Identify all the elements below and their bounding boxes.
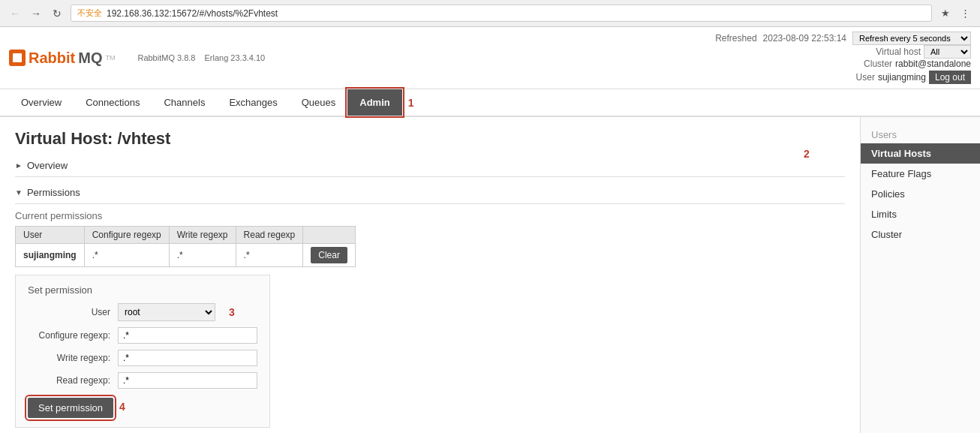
sidebar-item-feature-flags[interactable]: Feature Flags — [861, 164, 980, 184]
col-write: Write regexp — [169, 227, 236, 244]
annotation-4: 4 — [119, 401, 125, 413]
forward-button[interactable]: → — [29, 6, 44, 21]
bookmark-icon[interactable]: ★ — [938, 6, 953, 21]
read-field-row: Read regexp: — [28, 372, 257, 389]
sidebar: Users Virtual Hosts 2 Feature Flags Poli… — [860, 117, 980, 433]
sidebar-users-section: Users — [861, 125, 980, 143]
col-read: Read regexp — [236, 227, 303, 244]
write-field-label: Write regexp: — [28, 353, 110, 363]
nav-bar: Overview Connections Channels Exchanges … — [0, 89, 980, 117]
sidebar-virtual-hosts-label: Virtual Hosts — [871, 148, 931, 159]
perm-action[interactable]: Clear — [303, 244, 356, 267]
more-icon[interactable]: ⋮ — [957, 6, 972, 21]
perm-write: .* — [169, 244, 236, 267]
permissions-section-header[interactable]: ▼ Permissions — [15, 183, 845, 202]
overview-section-header[interactable]: ► Overview — [15, 156, 845, 175]
security-warning: 不安全 — [77, 8, 102, 19]
version-info: RabbitMQ 3.8.8 Erlang 23.3.4.10 — [137, 53, 265, 62]
col-user: User — [16, 227, 85, 244]
main-content: Virtual Host: /vhtest ► Overview ▼ Permi… — [0, 117, 860, 433]
user-select[interactable]: root guest sujiangming — [118, 303, 215, 321]
set-perm-btn-row: Set permission 4 — [28, 395, 257, 418]
configure-field-row: Configure regexp: — [28, 327, 257, 344]
col-action — [303, 227, 356, 244]
top-header: RabbitMQTM RabbitMQ 3.8.8 Erlang 23.3.4.… — [0, 27, 980, 89]
overview-section-label: Overview — [27, 160, 68, 171]
annotation-2: 2 — [804, 148, 810, 160]
perm-user: sujiangming — [16, 244, 85, 267]
refresh-row: Refreshed 2023-08-09 22:53:14 Refresh ev… — [715, 32, 971, 45]
permissions-table: User Configure regexp Write regexp Read … — [15, 226, 356, 267]
perm-configure: .* — [84, 244, 169, 267]
sidebar-item-policies[interactable]: Policies — [861, 184, 980, 204]
sidebar-item-cluster[interactable]: Cluster — [861, 224, 980, 245]
permissions-arrow-icon: ▼ — [15, 188, 23, 197]
read-input[interactable] — [118, 372, 257, 389]
configure-input[interactable] — [118, 327, 257, 344]
back-button[interactable]: ← — [8, 6, 23, 21]
set-permission-box: Set permission User root guest sujiangmi… — [15, 275, 270, 428]
sidebar-item-limits[interactable]: Limits — [861, 204, 980, 224]
perm-read: .* — [236, 244, 303, 267]
virtual-host-row: Virtual host All /vhtest — [715, 45, 971, 59]
browser-chrome: ← → ↻ 不安全 192.168.36.132:15672/#/vhosts/… — [0, 0, 980, 27]
logout-button[interactable]: Log out — [929, 71, 971, 84]
permissions-section-label: Permissions — [27, 187, 80, 198]
refresh-select[interactable]: Refresh every 5 seconds Refresh every 10… — [852, 32, 971, 45]
refresh-button[interactable]: ↻ — [50, 6, 65, 21]
user-value: sujiangming — [878, 72, 926, 83]
cluster-row: Cluster rabbit@standalone — [715, 59, 971, 69]
sidebar-item-virtual-hosts[interactable]: Virtual Hosts 2 — [861, 143, 980, 164]
logo-mq: MQ — [78, 50, 102, 67]
set-permission-button[interactable]: Set permission — [28, 398, 113, 418]
nav-queues[interactable]: Queues — [290, 89, 348, 116]
virtual-host-label: Virtual host — [876, 47, 921, 57]
nav-channels[interactable]: Channels — [152, 89, 217, 116]
user-field-row: User root guest sujiangming 3 — [28, 303, 257, 321]
cluster-label: Cluster — [864, 59, 892, 69]
nav-overview[interactable]: Overview — [9, 89, 74, 116]
set-permission-title: Set permission — [28, 284, 257, 296]
cluster-value: rabbit@standalone — [895, 59, 971, 69]
overview-arrow-icon: ► — [15, 161, 23, 170]
url-text: 192.168.36.132:15672/#/vhosts/%2Fvhtest — [107, 8, 278, 19]
logo-area: RabbitMQTM RabbitMQ 3.8.8 Erlang 23.3.4.… — [9, 50, 265, 67]
annotation-3: 3 — [229, 306, 235, 318]
overview-divider — [15, 176, 845, 177]
write-field-row: Write regexp: — [28, 350, 257, 366]
logo-rabbit: Rabbit — [29, 50, 75, 67]
user-field-label: User — [28, 307, 110, 317]
nav-connections[interactable]: Connections — [74, 89, 152, 116]
configure-field-label: Configure regexp: — [28, 330, 110, 341]
read-field-label: Read regexp: — [28, 375, 110, 386]
current-permissions-label: Current permissions — [15, 210, 845, 221]
refreshed-label: Refreshed — [715, 33, 756, 44]
permissions-divider — [15, 203, 845, 204]
refreshed-time: 2023-08-09 22:53:14 — [763, 33, 846, 44]
erlang-version: Erlang 23.3.4.10 — [204, 53, 265, 62]
browser-actions: ★ ⋮ — [938, 6, 972, 21]
col-configure: Configure regexp — [84, 227, 169, 244]
annotation-1: 1 — [408, 97, 414, 109]
virtual-host-select[interactable]: All /vhtest — [924, 45, 971, 59]
user-label: User — [856, 72, 875, 83]
logo: RabbitMQTM — [9, 50, 115, 67]
user-row: User sujiangming Log out — [715, 71, 971, 84]
rabbitmq-version: RabbitMQ 3.8.8 — [137, 53, 195, 62]
nav-admin[interactable]: Admin — [347, 89, 401, 116]
page-title: Virtual Host: /vhtest — [15, 129, 845, 149]
logo-tm: TM — [105, 54, 115, 62]
main-layout: Virtual Host: /vhtest ► Overview ▼ Permi… — [0, 117, 980, 433]
header-right: Refreshed 2023-08-09 22:53:14 Refresh ev… — [715, 32, 971, 84]
table-row: sujiangming .* .* .* Clear — [16, 244, 356, 267]
clear-button[interactable]: Clear — [311, 247, 347, 263]
logo-icon — [9, 50, 26, 66]
nav-exchanges[interactable]: Exchanges — [217, 89, 289, 116]
write-input[interactable] — [118, 350, 257, 366]
address-bar: 不安全 192.168.36.132:15672/#/vhosts/%2Fvht… — [71, 5, 932, 22]
